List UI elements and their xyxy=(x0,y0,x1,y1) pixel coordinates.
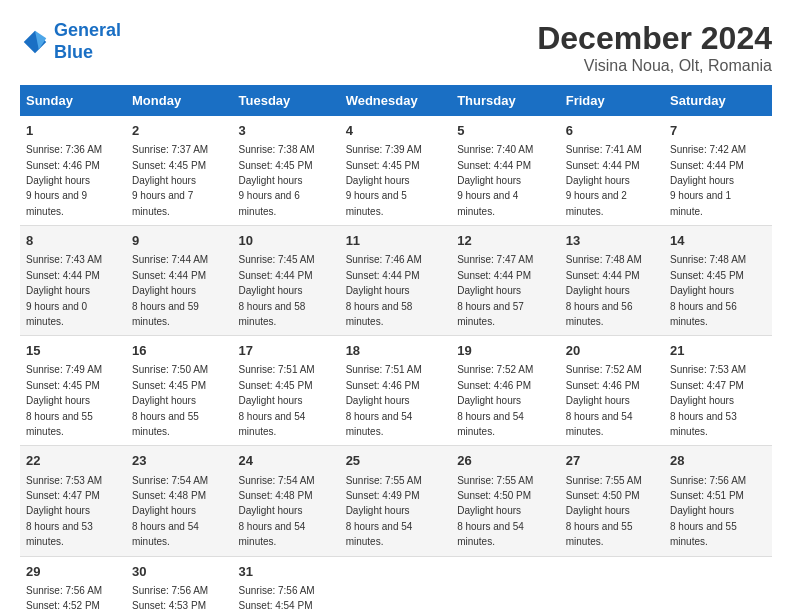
page-title: December 2024 xyxy=(537,20,772,57)
calendar-cell: 25Sunrise: 7:55 AMSunset: 4:49 PMDayligh… xyxy=(340,446,452,556)
day-info: Sunrise: 7:56 AMSunset: 4:52 PMDaylight … xyxy=(26,585,102,612)
day-info: Sunrise: 7:48 AMSunset: 4:45 PMDaylight … xyxy=(670,254,746,327)
page-header: General Blue December 2024 Visina Noua, … xyxy=(20,20,772,75)
calendar-week-row: 15Sunrise: 7:49 AMSunset: 4:45 PMDayligh… xyxy=(20,336,772,446)
logo-icon xyxy=(20,27,50,57)
logo-blue: Blue xyxy=(54,42,93,62)
calendar-week-row: 1Sunrise: 7:36 AMSunset: 4:46 PMDaylight… xyxy=(20,116,772,226)
calendar-cell: 17Sunrise: 7:51 AMSunset: 4:45 PMDayligh… xyxy=(233,336,340,446)
day-number: 21 xyxy=(670,342,766,360)
calendar-cell: 30Sunrise: 7:56 AMSunset: 4:53 PMDayligh… xyxy=(126,556,233,612)
column-header-wednesday: Wednesday xyxy=(340,85,452,116)
day-number: 3 xyxy=(239,122,334,140)
day-info: Sunrise: 7:55 AMSunset: 4:50 PMDaylight … xyxy=(457,475,533,548)
day-info: Sunrise: 7:48 AMSunset: 4:44 PMDaylight … xyxy=(566,254,642,327)
day-number: 15 xyxy=(26,342,120,360)
calendar-cell: 10Sunrise: 7:45 AMSunset: 4:44 PMDayligh… xyxy=(233,226,340,336)
column-header-saturday: Saturday xyxy=(664,85,772,116)
calendar-cell: 20Sunrise: 7:52 AMSunset: 4:46 PMDayligh… xyxy=(560,336,664,446)
calendar-cell: 6Sunrise: 7:41 AMSunset: 4:44 PMDaylight… xyxy=(560,116,664,226)
day-info: Sunrise: 7:54 AMSunset: 4:48 PMDaylight … xyxy=(239,475,315,548)
day-info: Sunrise: 7:37 AMSunset: 4:45 PMDaylight … xyxy=(132,144,208,217)
day-info: Sunrise: 7:55 AMSunset: 4:50 PMDaylight … xyxy=(566,475,642,548)
day-info: Sunrise: 7:38 AMSunset: 4:45 PMDaylight … xyxy=(239,144,315,217)
day-info: Sunrise: 7:52 AMSunset: 4:46 PMDaylight … xyxy=(566,364,642,437)
calendar-cell: 22Sunrise: 7:53 AMSunset: 4:47 PMDayligh… xyxy=(20,446,126,556)
day-number: 26 xyxy=(457,452,554,470)
calendar-cell: 26Sunrise: 7:55 AMSunset: 4:50 PMDayligh… xyxy=(451,446,560,556)
calendar-table: SundayMondayTuesdayWednesdayThursdayFrid… xyxy=(20,85,772,612)
calendar-cell: 11Sunrise: 7:46 AMSunset: 4:44 PMDayligh… xyxy=(340,226,452,336)
column-header-sunday: Sunday xyxy=(20,85,126,116)
day-info: Sunrise: 7:46 AMSunset: 4:44 PMDaylight … xyxy=(346,254,422,327)
day-number: 19 xyxy=(457,342,554,360)
day-info: Sunrise: 7:51 AMSunset: 4:46 PMDaylight … xyxy=(346,364,422,437)
day-info: Sunrise: 7:53 AMSunset: 4:47 PMDaylight … xyxy=(26,475,102,548)
day-info: Sunrise: 7:56 AMSunset: 4:53 PMDaylight … xyxy=(132,585,208,612)
calendar-cell: 23Sunrise: 7:54 AMSunset: 4:48 PMDayligh… xyxy=(126,446,233,556)
day-number: 23 xyxy=(132,452,227,470)
day-number: 25 xyxy=(346,452,446,470)
day-number: 18 xyxy=(346,342,446,360)
day-number: 8 xyxy=(26,232,120,250)
day-info: Sunrise: 7:44 AMSunset: 4:44 PMDaylight … xyxy=(132,254,208,327)
day-info: Sunrise: 7:39 AMSunset: 4:45 PMDaylight … xyxy=(346,144,422,217)
day-info: Sunrise: 7:54 AMSunset: 4:48 PMDaylight … xyxy=(132,475,208,548)
calendar-cell xyxy=(560,556,664,612)
day-number: 11 xyxy=(346,232,446,250)
calendar-cell xyxy=(664,556,772,612)
day-number: 16 xyxy=(132,342,227,360)
calendar-cell: 16Sunrise: 7:50 AMSunset: 4:45 PMDayligh… xyxy=(126,336,233,446)
calendar-cell xyxy=(451,556,560,612)
column-header-monday: Monday xyxy=(126,85,233,116)
day-number: 5 xyxy=(457,122,554,140)
day-info: Sunrise: 7:43 AMSunset: 4:44 PMDaylight … xyxy=(26,254,102,327)
calendar-cell: 13Sunrise: 7:48 AMSunset: 4:44 PMDayligh… xyxy=(560,226,664,336)
day-number: 10 xyxy=(239,232,334,250)
day-number: 24 xyxy=(239,452,334,470)
day-info: Sunrise: 7:40 AMSunset: 4:44 PMDaylight … xyxy=(457,144,533,217)
day-info: Sunrise: 7:51 AMSunset: 4:45 PMDaylight … xyxy=(239,364,315,437)
calendar-cell: 7Sunrise: 7:42 AMSunset: 4:44 PMDaylight… xyxy=(664,116,772,226)
calendar-header-row: SundayMondayTuesdayWednesdayThursdayFrid… xyxy=(20,85,772,116)
day-number: 30 xyxy=(132,563,227,581)
logo-text: General Blue xyxy=(54,20,121,63)
day-info: Sunrise: 7:49 AMSunset: 4:45 PMDaylight … xyxy=(26,364,102,437)
day-number: 22 xyxy=(26,452,120,470)
calendar-cell: 31Sunrise: 7:56 AMSunset: 4:54 PMDayligh… xyxy=(233,556,340,612)
calendar-cell: 9Sunrise: 7:44 AMSunset: 4:44 PMDaylight… xyxy=(126,226,233,336)
title-block: December 2024 Visina Noua, Olt, Romania xyxy=(537,20,772,75)
day-number: 4 xyxy=(346,122,446,140)
calendar-cell: 4Sunrise: 7:39 AMSunset: 4:45 PMDaylight… xyxy=(340,116,452,226)
day-info: Sunrise: 7:52 AMSunset: 4:46 PMDaylight … xyxy=(457,364,533,437)
day-number: 12 xyxy=(457,232,554,250)
calendar-cell: 19Sunrise: 7:52 AMSunset: 4:46 PMDayligh… xyxy=(451,336,560,446)
calendar-cell: 15Sunrise: 7:49 AMSunset: 4:45 PMDayligh… xyxy=(20,336,126,446)
logo: General Blue xyxy=(20,20,121,63)
page-subtitle: Visina Noua, Olt, Romania xyxy=(537,57,772,75)
calendar-cell: 2Sunrise: 7:37 AMSunset: 4:45 PMDaylight… xyxy=(126,116,233,226)
day-info: Sunrise: 7:45 AMSunset: 4:44 PMDaylight … xyxy=(239,254,315,327)
day-number: 17 xyxy=(239,342,334,360)
day-number: 9 xyxy=(132,232,227,250)
day-number: 2 xyxy=(132,122,227,140)
calendar-cell: 21Sunrise: 7:53 AMSunset: 4:47 PMDayligh… xyxy=(664,336,772,446)
calendar-cell: 3Sunrise: 7:38 AMSunset: 4:45 PMDaylight… xyxy=(233,116,340,226)
day-info: Sunrise: 7:41 AMSunset: 4:44 PMDaylight … xyxy=(566,144,642,217)
day-number: 31 xyxy=(239,563,334,581)
calendar-cell: 27Sunrise: 7:55 AMSunset: 4:50 PMDayligh… xyxy=(560,446,664,556)
day-number: 20 xyxy=(566,342,658,360)
day-info: Sunrise: 7:42 AMSunset: 4:44 PMDaylight … xyxy=(670,144,746,217)
logo-general: General xyxy=(54,20,121,40)
calendar-cell: 28Sunrise: 7:56 AMSunset: 4:51 PMDayligh… xyxy=(664,446,772,556)
calendar-week-row: 29Sunrise: 7:56 AMSunset: 4:52 PMDayligh… xyxy=(20,556,772,612)
calendar-cell: 1Sunrise: 7:36 AMSunset: 4:46 PMDaylight… xyxy=(20,116,126,226)
calendar-cell: 29Sunrise: 7:56 AMSunset: 4:52 PMDayligh… xyxy=(20,556,126,612)
calendar-cell: 8Sunrise: 7:43 AMSunset: 4:44 PMDaylight… xyxy=(20,226,126,336)
day-info: Sunrise: 7:55 AMSunset: 4:49 PMDaylight … xyxy=(346,475,422,548)
day-info: Sunrise: 7:53 AMSunset: 4:47 PMDaylight … xyxy=(670,364,746,437)
calendar-week-row: 8Sunrise: 7:43 AMSunset: 4:44 PMDaylight… xyxy=(20,226,772,336)
day-number: 7 xyxy=(670,122,766,140)
calendar-cell: 24Sunrise: 7:54 AMSunset: 4:48 PMDayligh… xyxy=(233,446,340,556)
column-header-friday: Friday xyxy=(560,85,664,116)
